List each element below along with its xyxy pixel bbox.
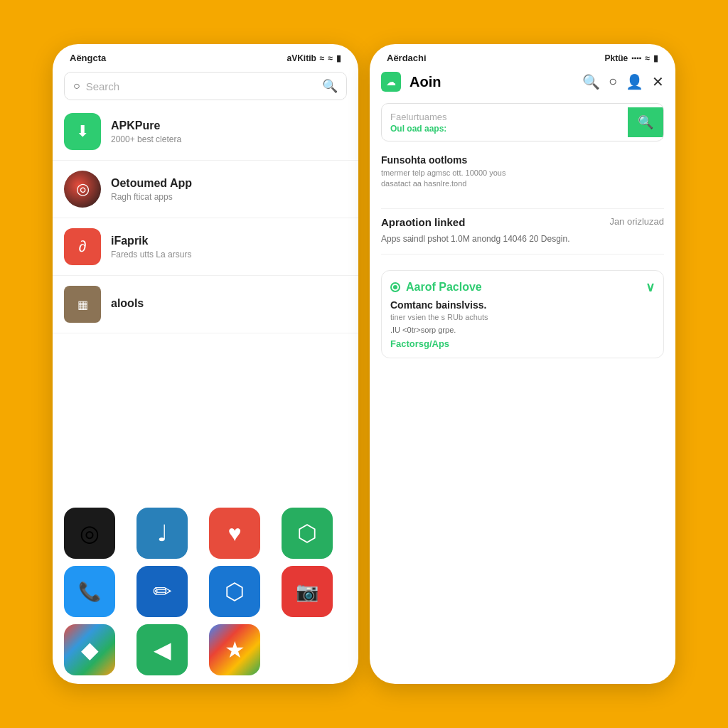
app-unlock-row: Apraotion linked Jan orizluzad [370, 216, 675, 228]
list-item[interactable]: ∂ iFaprik Fareds utts La arsurs [53, 218, 358, 276]
atools-info: alools [111, 297, 347, 312]
phone-2: Aërdachi Pktüe ▪▪▪▪ ≈ ▮ ☁ Aoin 🔍 ○ 👤 ✕ F… [370, 44, 675, 684]
grid-icon-1[interactable]: ♩ [136, 508, 188, 559]
header-title: Aoin [410, 74, 574, 90]
status-left-2: Aërdachi [387, 53, 427, 63]
search-mag-icon: 🔍 [322, 78, 338, 94]
featured-icon: ◎ [64, 171, 101, 208]
about-section: Aarof Paclove ∨ Comtanc bainslviss. tine… [381, 270, 664, 358]
grid-icon-8[interactable]: ◆ [64, 624, 115, 675]
grid-icon-5[interactable]: ✏ [136, 566, 188, 617]
search-placeholder-2: Faelurtuames [390, 112, 446, 122]
wifi-icon-3: ≈ [645, 53, 650, 63]
apkpure-info: APKPure 2000+ best cletera [111, 119, 347, 144]
feature-opt-desc-2: dasatact aa hasnlre.tond [381, 178, 664, 189]
taprik-name: iFaprik [111, 235, 347, 247]
search-bar-1[interactable]: ○ Search 🔍 [64, 72, 347, 100]
chevron-down-icon[interactable]: ∨ [646, 279, 655, 295]
grid-icon-9[interactable]: ◀ [136, 624, 188, 675]
grid-icon-4[interactable]: 📞 [64, 566, 115, 617]
wifi-icon-1: ≈ [320, 53, 325, 63]
taprik-sub: Fareds utts La arsurs [111, 250, 347, 259]
status-carrier-1: aVKitib [287, 53, 316, 63]
wifi-icon-2: ≈ [328, 53, 333, 63]
featured-name: Oetoumed App [111, 177, 347, 190]
grid-icon-0[interactable]: ◎ [64, 508, 115, 559]
about-title-row: Aarof Paclove [390, 281, 482, 294]
search-placeholder-text: Search [86, 80, 316, 92]
about-link[interactable]: Factorsg/Aps [390, 338, 655, 349]
header-user-icon[interactable]: 👤 [626, 73, 643, 90]
phone2-search-bar[interactable]: Faelurtuames Oul oad aaps: 🔍 [381, 103, 664, 141]
status-carrier-2: Pktüe [605, 53, 628, 63]
signal-icon: ▪▪▪▪ [631, 54, 641, 62]
grid-icon-6[interactable]: ⬡ [209, 566, 260, 617]
header-close-icon[interactable]: ✕ [652, 73, 664, 90]
header-icons: 🔍 ○ 👤 ✕ [582, 73, 664, 90]
divider-1 [381, 208, 664, 209]
app-list: ⬇ APKPure 2000+ best cletera ◎ Oetoumed … [53, 103, 358, 499]
feature-opt-desc-1: tmermer telp agmsc ott. 10000 yous [381, 168, 664, 178]
divider-2 [381, 254, 664, 255]
unlock-desc: Apps saindl pshot 1.0M anondg 14046 20 D… [370, 231, 675, 247]
grid-icon-2[interactable]: ♥ [209, 508, 260, 559]
taprik-icon: ∂ [64, 228, 101, 265]
about-dot-inner [393, 285, 397, 289]
header-circle-icon[interactable]: ○ [609, 73, 617, 90]
feature-section: Funsohta ootloms tmermer telp agmsc ott.… [370, 147, 675, 201]
status-bar-2: Aërdachi Pktüe ▪▪▪▪ ≈ ▮ [370, 44, 675, 66]
feature-opt-title: Funsohta ootloms [381, 154, 664, 166]
battery-icon-2: ▮ [653, 53, 658, 63]
search-sublabel: Oul oad aaps: [390, 124, 446, 134]
about-biz-sub: tiner vsien the s RUb achuts [390, 313, 655, 321]
taprik-info: iFaprik Fareds utts La arsurs [111, 235, 347, 259]
phone2-search-button[interactable]: 🔍 [628, 107, 663, 137]
grid-icon-3[interactable]: ⬡ [282, 508, 333, 559]
grid-icon-10[interactable]: ★ [209, 624, 260, 675]
header-search-icon[interactable]: 🔍 [582, 73, 600, 90]
icon-grid: ◎ ♩ ♥ ⬡ 📞 ✏ ⬡ 📷 ◆ ◀ ★ [53, 499, 358, 684]
status-bar-1: Aëngcta aVKitib ≈ ≈ ▮ [53, 44, 358, 66]
status-right-1: aVKitib ≈ ≈ ▮ [287, 53, 341, 63]
header-app-icon: ☁ [381, 72, 401, 92]
list-item[interactable]: ▦ alools [53, 276, 358, 333]
unlock-subtitle: Jan orizluzad [609, 216, 664, 228]
search-circle-icon: ○ [73, 80, 80, 92]
featured-info: Oetoumed App Ragh fticat apps [111, 177, 347, 202]
list-item[interactable]: ⬇ APKPure 2000+ best cletera [53, 103, 358, 161]
phone2-header: ☁ Aoin 🔍 ○ 👤 ✕ [370, 66, 675, 97]
atools-icon: ▦ [64, 286, 101, 323]
status-left-1: Aëngcta [70, 53, 106, 63]
apkpure-icon: ⬇ [64, 113, 101, 150]
about-dot-icon [390, 282, 400, 292]
status-right-2: Pktüe ▪▪▪▪ ≈ ▮ [605, 53, 658, 63]
about-biz-title: Comtanc bainslviss. [390, 299, 655, 311]
about-header: Aarof Paclove ∨ [390, 279, 655, 295]
atools-name: alools [111, 297, 347, 310]
apkpure-sub: 2000+ best cletera [111, 134, 347, 144]
about-biz-tag: .IU <0tr>sorp grpe. [390, 326, 655, 334]
feature-options: Funsohta ootloms tmermer telp agmsc ott.… [381, 154, 664, 190]
list-item[interactable]: ◎ Oetoumed App Ragh fticat apps [53, 161, 358, 218]
apkpure-name: APKPure [111, 119, 347, 132]
phone-1: Aëngcta aVKitib ≈ ≈ ▮ ○ Search 🔍 ⬇ APKPu… [53, 44, 358, 684]
battery-icon-1: ▮ [336, 53, 341, 63]
unlock-title: Apraotion linked [381, 216, 465, 228]
featured-sub: Ragh fticat apps [111, 192, 347, 202]
phones-container: Aëngcta aVKitib ≈ ≈ ▮ ○ Search 🔍 ⬇ APKPu… [31, 23, 697, 705]
grid-icon-7[interactable]: 📷 [282, 566, 333, 617]
phone2-search-input[interactable]: Faelurtuames Oul oad aaps: [382, 104, 628, 141]
about-title: Aarof Paclove [406, 281, 482, 294]
